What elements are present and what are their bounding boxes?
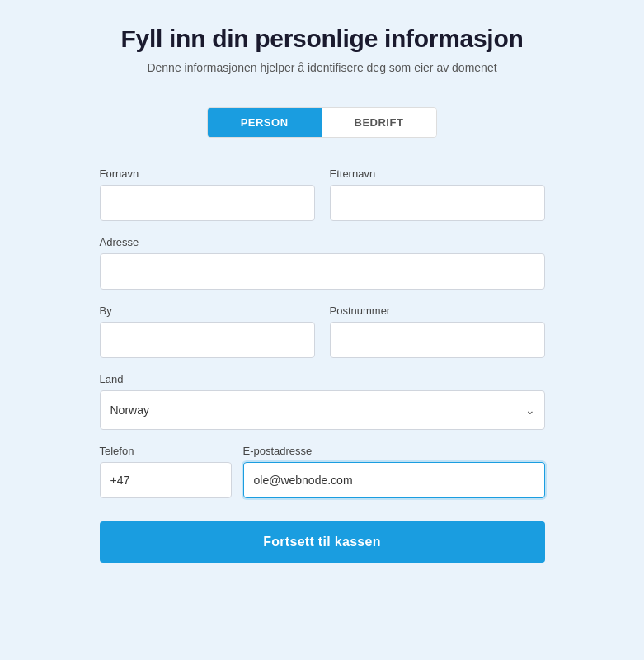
fornavn-input[interactable] xyxy=(100,185,315,221)
land-select[interactable]: Norway Sweden Denmark Finland xyxy=(100,390,545,430)
by-postnummer-row: By Postnummer xyxy=(100,304,545,358)
tab-person[interactable]: PERSON xyxy=(208,108,322,137)
fornavn-group: Fornavn xyxy=(100,167,315,221)
telefon-input[interactable] xyxy=(100,462,232,498)
page-subtitle: Denne informasjonen hjelper å identifise… xyxy=(147,61,496,74)
name-row: Fornavn Etternavn xyxy=(100,167,545,221)
page-container: Fyll inn din personlige informasjon Denn… xyxy=(16,25,628,563)
adresse-input[interactable] xyxy=(100,253,545,290)
etternavn-input[interactable] xyxy=(330,185,545,221)
email-input[interactable] xyxy=(243,462,545,498)
adresse-label: Adresse xyxy=(100,236,545,248)
email-label: E-postadresse xyxy=(243,445,545,457)
email-group: E-postadresse xyxy=(243,445,545,498)
by-group: By xyxy=(100,304,315,358)
telefon-group: Telefon xyxy=(100,445,232,498)
tab-group: PERSON BEDRIFT xyxy=(207,107,438,138)
postnummer-input[interactable] xyxy=(330,322,545,358)
postnummer-group: Postnummer xyxy=(330,304,545,358)
postnummer-label: Postnummer xyxy=(330,304,545,317)
telefon-label: Telefon xyxy=(100,445,232,457)
etternavn-group: Etternavn xyxy=(330,167,545,221)
by-input[interactable] xyxy=(100,322,315,358)
form-container: Fornavn Etternavn Adresse By Postnummer xyxy=(100,167,545,563)
tab-bedrift[interactable]: BEDRIFT xyxy=(322,108,437,137)
phone-email-row: Telefon E-postadresse xyxy=(100,445,545,498)
page-title: Fyll inn din personlige informasjon xyxy=(121,25,524,53)
fornavn-label: Fornavn xyxy=(100,167,315,180)
etternavn-label: Etternavn xyxy=(330,167,545,180)
by-label: By xyxy=(100,304,315,317)
land-select-wrapper: Norway Sweden Denmark Finland ⌄ xyxy=(100,390,545,430)
land-group: Land Norway Sweden Denmark Finland ⌄ xyxy=(100,373,545,430)
land-label: Land xyxy=(100,373,545,385)
submit-button[interactable]: Fortsett til kassen xyxy=(100,521,545,563)
adresse-group: Adresse xyxy=(100,236,545,290)
